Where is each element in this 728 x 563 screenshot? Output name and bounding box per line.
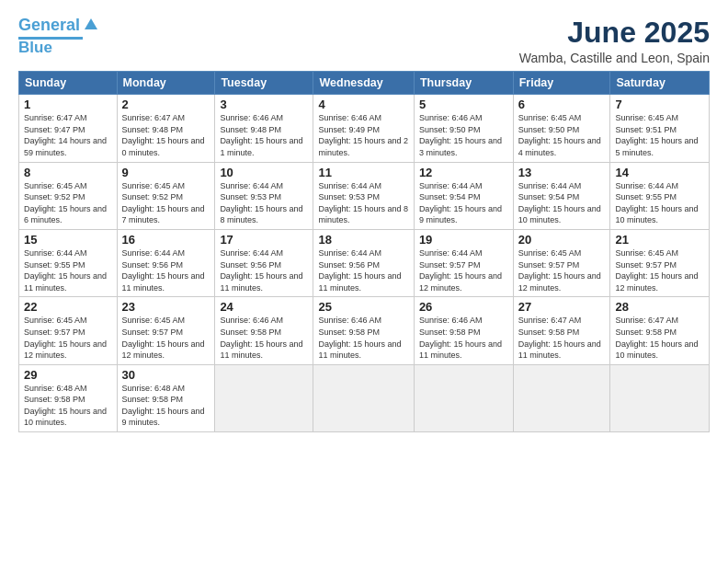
calendar-cell: 6Sunrise: 6:45 AM Sunset: 9:50 PM Daylig…: [513, 95, 610, 162]
day-number: 24: [220, 300, 308, 314]
calendar-cell: 3Sunrise: 6:46 AM Sunset: 9:48 PM Daylig…: [215, 95, 313, 162]
calendar-header-row: SundayMondayTuesdayWednesdayThursdayFrid…: [19, 72, 710, 95]
day-number: 23: [122, 300, 210, 314]
day-number: 5: [419, 98, 508, 111]
calendar-cell: [513, 364, 610, 431]
calendar-cell: 9Sunrise: 6:45 AM Sunset: 9:52 PM Daylig…: [117, 162, 215, 229]
day-info: Sunrise: 6:45 AM Sunset: 9:57 PM Dayligh…: [24, 315, 112, 361]
day-number: 7: [615, 98, 704, 111]
calendar-cell: 28Sunrise: 6:47 AM Sunset: 9:58 PM Dayli…: [610, 297, 710, 364]
day-info: Sunrise: 6:45 AM Sunset: 9:57 PM Dayligh…: [615, 247, 704, 293]
calendar-cell: 29Sunrise: 6:48 AM Sunset: 9:58 PM Dayli…: [19, 364, 118, 431]
day-info: Sunrise: 6:48 AM Sunset: 9:58 PM Dayligh…: [24, 383, 112, 429]
calendar-week-5: 29Sunrise: 6:48 AM Sunset: 9:58 PM Dayli…: [19, 364, 710, 431]
day-info: Sunrise: 6:46 AM Sunset: 9:50 PM Dayligh…: [419, 112, 508, 158]
day-number: 3: [220, 98, 308, 111]
calendar-cell: 10Sunrise: 6:44 AM Sunset: 9:53 PM Dayli…: [215, 162, 313, 229]
calendar-cell: 11Sunrise: 6:44 AM Sunset: 9:53 PM Dayli…: [313, 162, 414, 229]
day-info: Sunrise: 6:48 AM Sunset: 9:58 PM Dayligh…: [122, 383, 210, 429]
calendar-cell: 1Sunrise: 6:47 AM Sunset: 9:47 PM Daylig…: [19, 95, 118, 162]
day-number: 22: [24, 300, 112, 314]
calendar-week-1: 1Sunrise: 6:47 AM Sunset: 9:47 PM Daylig…: [19, 95, 710, 162]
day-info: Sunrise: 6:45 AM Sunset: 9:57 PM Dayligh…: [518, 247, 606, 293]
day-number: 6: [518, 98, 606, 111]
day-info: Sunrise: 6:45 AM Sunset: 9:52 PM Dayligh…: [24, 180, 112, 226]
calendar-cell: 30Sunrise: 6:48 AM Sunset: 9:58 PM Dayli…: [117, 364, 215, 431]
day-number: 16: [122, 233, 210, 247]
calendar-cell: [414, 364, 513, 431]
day-info: Sunrise: 6:44 AM Sunset: 9:55 PM Dayligh…: [24, 247, 112, 293]
day-info: Sunrise: 6:44 AM Sunset: 9:55 PM Dayligh…: [615, 180, 704, 226]
day-number: 21: [615, 233, 704, 247]
day-number: 2: [122, 98, 210, 111]
calendar-cell: 27Sunrise: 6:47 AM Sunset: 9:58 PM Dayli…: [513, 297, 610, 364]
day-info: Sunrise: 6:47 AM Sunset: 9:58 PM Dayligh…: [518, 315, 606, 361]
calendar-cell: [313, 364, 414, 431]
calendar-cell: 2Sunrise: 6:47 AM Sunset: 9:48 PM Daylig…: [117, 95, 215, 162]
day-info: Sunrise: 6:44 AM Sunset: 9:53 PM Dayligh…: [220, 180, 308, 226]
calendar-cell: 12Sunrise: 6:44 AM Sunset: 9:54 PM Dayli…: [414, 162, 513, 229]
calendar-header-sunday: Sunday: [19, 72, 118, 95]
calendar-week-4: 22Sunrise: 6:45 AM Sunset: 9:57 PM Dayli…: [19, 297, 710, 364]
subtitle: Wamba, Castille and Leon, Spain: [519, 51, 710, 65]
calendar-cell: [610, 364, 710, 431]
day-number: 15: [24, 233, 112, 247]
calendar-week-2: 8Sunrise: 6:45 AM Sunset: 9:52 PM Daylig…: [19, 162, 710, 229]
title-block: June 2025 Wamba, Castille and Leon, Spai…: [519, 17, 710, 65]
calendar-cell: 21Sunrise: 6:45 AM Sunset: 9:57 PM Dayli…: [610, 229, 710, 296]
calendar-cell: 19Sunrise: 6:44 AM Sunset: 9:57 PM Dayli…: [414, 229, 513, 296]
day-info: Sunrise: 6:45 AM Sunset: 9:57 PM Dayligh…: [122, 315, 210, 361]
day-info: Sunrise: 6:44 AM Sunset: 9:54 PM Dayligh…: [518, 180, 606, 226]
day-info: Sunrise: 6:45 AM Sunset: 9:51 PM Dayligh…: [615, 112, 704, 158]
page: General Blue June 2025 Wamba, Castille a…: [0, 0, 728, 563]
logo-blue: Blue: [18, 40, 52, 57]
day-number: 8: [24, 166, 112, 179]
calendar-cell: 16Sunrise: 6:44 AM Sunset: 9:56 PM Dayli…: [117, 229, 215, 296]
day-number: 9: [122, 166, 210, 179]
day-number: 14: [615, 166, 704, 179]
day-info: Sunrise: 6:44 AM Sunset: 9:56 PM Dayligh…: [220, 247, 308, 293]
day-number: 26: [419, 300, 508, 314]
calendar-cell: 26Sunrise: 6:46 AM Sunset: 9:58 PM Dayli…: [414, 297, 513, 364]
day-info: Sunrise: 6:47 AM Sunset: 9:47 PM Dayligh…: [24, 112, 112, 158]
header: General Blue June 2025 Wamba, Castille a…: [18, 17, 710, 65]
day-number: 19: [419, 233, 508, 247]
logo-general: General: [18, 16, 80, 34]
day-info: Sunrise: 6:47 AM Sunset: 9:58 PM Dayligh…: [615, 315, 704, 361]
calendar-header-wednesday: Wednesday: [313, 72, 414, 95]
day-info: Sunrise: 6:46 AM Sunset: 9:58 PM Dayligh…: [220, 315, 308, 361]
calendar-cell: 15Sunrise: 6:44 AM Sunset: 9:55 PM Dayli…: [19, 229, 118, 296]
day-number: 29: [24, 368, 112, 382]
calendar-header-friday: Friday: [513, 72, 610, 95]
calendar-header-saturday: Saturday: [610, 72, 710, 95]
day-info: Sunrise: 6:45 AM Sunset: 9:50 PM Dayligh…: [518, 112, 606, 158]
calendar-header-thursday: Thursday: [414, 72, 513, 95]
day-number: 25: [318, 300, 408, 314]
calendar-cell: 14Sunrise: 6:44 AM Sunset: 9:55 PM Dayli…: [610, 162, 710, 229]
day-info: Sunrise: 6:46 AM Sunset: 9:58 PM Dayligh…: [419, 315, 508, 361]
day-info: Sunrise: 6:44 AM Sunset: 9:57 PM Dayligh…: [419, 247, 508, 293]
calendar-cell: [215, 364, 313, 431]
calendar-cell: 22Sunrise: 6:45 AM Sunset: 9:57 PM Dayli…: [19, 297, 118, 364]
calendar-header-tuesday: Tuesday: [215, 72, 313, 95]
day-number: 11: [318, 166, 408, 179]
logo-triangle-icon: [85, 18, 97, 29]
day-info: Sunrise: 6:46 AM Sunset: 9:48 PM Dayligh…: [220, 112, 308, 158]
logo: General Blue: [18, 17, 97, 56]
calendar-week-3: 15Sunrise: 6:44 AM Sunset: 9:55 PM Dayli…: [19, 229, 710, 296]
calendar-cell: 24Sunrise: 6:46 AM Sunset: 9:58 PM Dayli…: [215, 297, 313, 364]
day-info: Sunrise: 6:45 AM Sunset: 9:52 PM Dayligh…: [122, 180, 210, 226]
day-number: 28: [615, 300, 704, 314]
day-info: Sunrise: 6:46 AM Sunset: 9:49 PM Dayligh…: [318, 112, 408, 158]
day-number: 4: [318, 98, 408, 111]
day-info: Sunrise: 6:47 AM Sunset: 9:48 PM Dayligh…: [122, 112, 210, 158]
day-number: 13: [518, 166, 606, 179]
calendar-cell: 25Sunrise: 6:46 AM Sunset: 9:58 PM Dayli…: [313, 297, 414, 364]
day-number: 20: [518, 233, 606, 247]
calendar-cell: 4Sunrise: 6:46 AM Sunset: 9:49 PM Daylig…: [313, 95, 414, 162]
calendar: SundayMondayTuesdayWednesdayThursdayFrid…: [18, 71, 710, 432]
calendar-cell: 8Sunrise: 6:45 AM Sunset: 9:52 PM Daylig…: [19, 162, 118, 229]
calendar-cell: 18Sunrise: 6:44 AM Sunset: 9:56 PM Dayli…: [313, 229, 414, 296]
calendar-cell: 13Sunrise: 6:44 AM Sunset: 9:54 PM Dayli…: [513, 162, 610, 229]
day-number: 18: [318, 233, 408, 247]
